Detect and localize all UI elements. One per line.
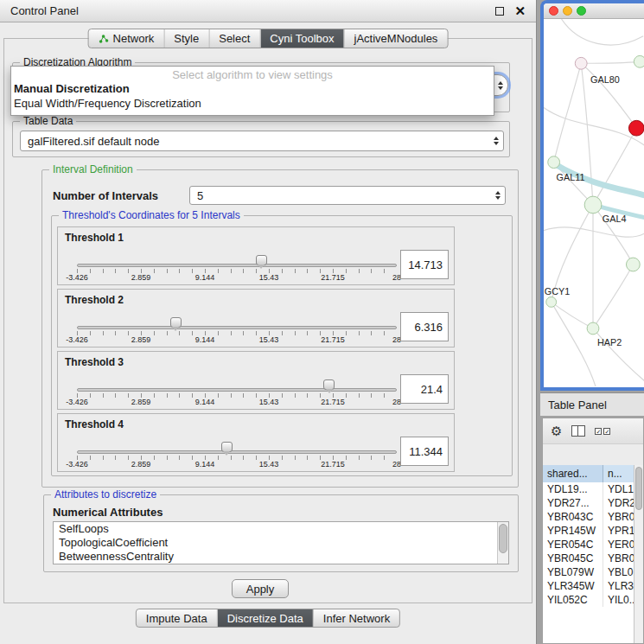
top-tab-bar: Network Style Select Cyni Toolbox jActiv… (88, 29, 449, 48)
table-cell[interactable]: YBL079W (543, 565, 603, 579)
slider-track[interactable] (77, 326, 397, 329)
tick-label: 21.715 (321, 273, 345, 282)
tab-cyni-toolbox[interactable]: Cyni Toolbox (259, 29, 343, 48)
table-cell[interactable]: YER054C (543, 538, 603, 552)
table-row[interactable]: YDL19...YDL1... (543, 482, 634, 496)
table-cell[interactable]: YLR345W (543, 579, 603, 593)
node-label: GAL11 (557, 172, 585, 182)
slider-thumb[interactable] (221, 442, 233, 452)
threshold-1-value-field[interactable]: 14.713 (400, 250, 449, 279)
table-cell[interactable]: YBL0... (603, 565, 634, 579)
close-window-icon[interactable]: ✕ (514, 4, 526, 17)
scrollbar-thumb[interactable] (499, 524, 507, 553)
table-cell[interactable]: YLR3... (603, 579, 634, 593)
network-node[interactable] (634, 55, 644, 67)
table-row[interactable]: YLR345WYLR3... (543, 579, 634, 593)
network-view-window[interactable]: GAL80 GAL11 GAL4 GCY1 HAP2 (540, 0, 644, 391)
group-title: Threshold's Coordinates for 5 Intervals (59, 210, 244, 221)
selected-network-node[interactable] (628, 120, 644, 136)
table-cell[interactable]: YDL1... (603, 482, 634, 496)
threshold-3-slider[interactable]: -3.426 2.859 9.144 15.43 21.715 28 (77, 378, 397, 409)
zoom-traffic-light-icon[interactable] (577, 6, 586, 16)
network-window-titlebar[interactable] (544, 3, 644, 19)
table-cell[interactable]: YPR145W (543, 524, 603, 538)
table-cell[interactable]: YIL052C (543, 593, 603, 607)
number-of-intervals-combobox[interactable]: 5 (189, 186, 506, 205)
node-label: GCY1 (545, 286, 571, 296)
list-item[interactable]: BetweennessCentrality (54, 550, 508, 564)
table-row[interactable]: YBR045CYBR0... (543, 552, 634, 565)
threshold-2-slider[interactable]: -3.426 2.859 9.144 15.43 21.715 28 (77, 316, 397, 347)
combo-arrows-icon[interactable] (491, 187, 505, 204)
minimize-traffic-light-icon[interactable] (563, 6, 572, 16)
table-cell[interactable]: YBR043C (543, 510, 603, 524)
slider-ticks (77, 331, 397, 335)
control-panel-window: Control Panel ✕ Network Style Select Cyn… (0, 0, 537, 644)
threshold-3-value-field[interactable]: 21.4 (400, 374, 449, 404)
table-row[interactable]: YPR145WYPR1... (543, 524, 634, 538)
gear-icon[interactable]: ⚙ (551, 424, 562, 437)
network-node[interactable] (626, 258, 640, 271)
select-columns-icon[interactable]: ✓ ✓ (595, 428, 610, 435)
table-cell[interactable]: YDL19... (543, 482, 603, 496)
popup-item-equal-width-frequency[interactable]: Equal Width/Frequency Discretization (11, 96, 494, 111)
tab-infer-network[interactable]: Infer Network (313, 609, 399, 627)
table-cell[interactable]: YDR2... (603, 496, 634, 510)
slider-thumb[interactable] (323, 379, 335, 390)
table-cell[interactable]: YDR27... (543, 496, 603, 510)
table-scrollbar[interactable] (634, 465, 643, 643)
slider-track[interactable] (77, 450, 397, 454)
popup-item-manual-discretization[interactable]: Manual Discretization (11, 81, 494, 96)
window-buttons: ✕ (495, 4, 526, 17)
network-node[interactable] (546, 296, 557, 307)
table-row[interactable]: YER054CYER0... (543, 538, 634, 552)
threshold-2-value-field[interactable]: 6.316 (400, 312, 449, 341)
table-data-combobox[interactable]: galFiltered.sif default node (20, 131, 504, 151)
slider-track[interactable] (77, 264, 397, 267)
table-cell[interactable]: YER0... (603, 538, 634, 552)
network-node[interactable] (584, 196, 602, 214)
column-header-name[interactable]: n... (603, 465, 634, 482)
slider-track[interactable] (77, 388, 397, 392)
float-window-icon[interactable] (495, 7, 504, 16)
numerical-attributes-list[interactable]: SelfLoops TopologicalCoefficient Between… (53, 521, 509, 564)
tab-style[interactable]: Style (163, 29, 208, 48)
table-row[interactable]: YDR27...YDR2... (543, 496, 634, 510)
tab-label: Style (174, 32, 199, 45)
list-item[interactable]: SelfLoops (54, 522, 508, 536)
close-traffic-light-icon[interactable] (549, 6, 558, 16)
combo-arrows-icon[interactable] (494, 75, 507, 95)
columns-icon[interactable] (571, 425, 585, 437)
table-cell[interactable]: YBR0... (603, 510, 634, 524)
scrollbar-thumb[interactable] (635, 467, 642, 510)
table-cell[interactable]: YIL0... (603, 593, 634, 607)
table-panel-title: Table Panel (548, 399, 607, 411)
slider-thumb[interactable] (170, 317, 182, 328)
tab-select[interactable]: Select (208, 29, 259, 48)
network-node[interactable] (587, 322, 599, 335)
network-node[interactable] (575, 57, 587, 69)
table-row[interactable]: YIL052CYIL0... (543, 593, 634, 607)
tab-jactivemnodules[interactable]: jActiveMNodules (344, 29, 448, 48)
threshold-1-slider[interactable]: -3.426 2.859 9.144 15.43 21.715 28 (77, 253, 397, 284)
table-cell[interactable]: YPR1... (603, 524, 634, 538)
tab-network[interactable]: Network (89, 29, 164, 48)
apply-button[interactable]: Apply (232, 579, 289, 598)
tab-discretize-data[interactable]: Discretize Data (217, 609, 313, 627)
list-scrollbar[interactable] (497, 522, 508, 564)
table-row[interactable]: YBR043CYBR0... (543, 510, 634, 524)
threshold-4-value-field[interactable]: 11.344 (400, 437, 449, 466)
slider-thumb[interactable] (256, 255, 267, 265)
network-node[interactable] (548, 156, 560, 169)
column-header-shared-name[interactable]: shared... (543, 465, 603, 482)
table-cell[interactable]: YBR045C (543, 552, 603, 565)
tick-label: 15.43 (259, 273, 279, 282)
network-canvas[interactable]: GAL80 GAL11 GAL4 GCY1 HAP2 (544, 19, 644, 386)
threshold-4-slider[interactable]: -3.426 2.859 9.144 15.43 21.715 28 (77, 440, 397, 471)
combo-arrows-icon[interactable] (489, 131, 503, 150)
tab-impute-data[interactable]: Impute Data (137, 609, 217, 627)
slider-ticks (77, 269, 397, 273)
list-item[interactable]: TopologicalCoefficient (54, 536, 508, 550)
table-row[interactable]: YBL079WYBL0... (543, 565, 634, 579)
table-cell[interactable]: YBR0... (603, 552, 634, 565)
